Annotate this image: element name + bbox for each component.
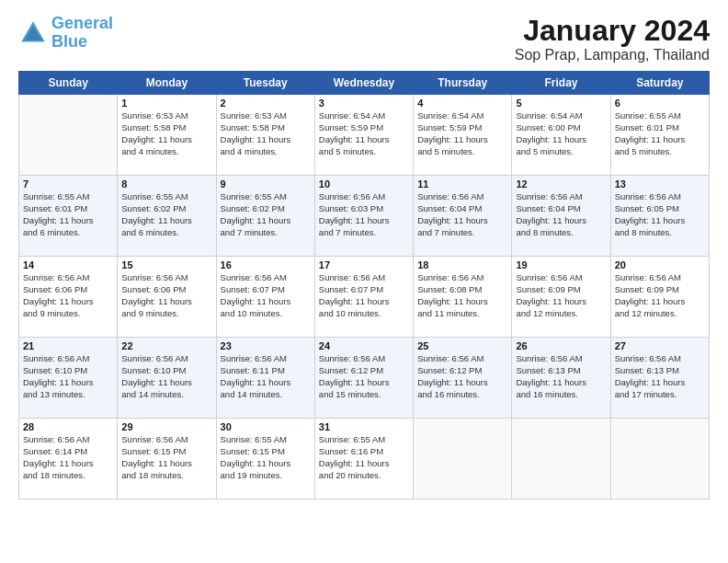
calendar-header-row: Sunday Monday Tuesday Wednesday Thursday…	[19, 72, 710, 95]
day-info: Sunrise: 6:56 AM Sunset: 6:09 PM Dayligh…	[516, 272, 606, 319]
day-info: Sunrise: 6:56 AM Sunset: 6:09 PM Dayligh…	[615, 272, 705, 319]
day-info: Sunrise: 6:55 AM Sunset: 6:15 PM Dayligh…	[221, 434, 311, 481]
day-number: 2	[221, 98, 311, 109]
day-number: 24	[319, 340, 409, 351]
day-info: Sunrise: 6:55 AM Sunset: 6:01 PM Dayligh…	[615, 110, 705, 157]
day-number: 14	[23, 259, 113, 270]
day-info: Sunrise: 6:56 AM Sunset: 6:06 PM Dayligh…	[121, 272, 211, 319]
day-info: Sunrise: 6:56 AM Sunset: 6:07 PM Dayligh…	[221, 272, 311, 319]
table-row: 18Sunrise: 6:56 AM Sunset: 6:08 PM Dayli…	[414, 257, 512, 338]
day-info: Sunrise: 6:54 AM Sunset: 5:59 PM Dayligh…	[417, 110, 507, 157]
day-number: 12	[516, 178, 606, 190]
day-number: 26	[516, 340, 606, 351]
table-row: 23Sunrise: 6:56 AM Sunset: 6:11 PM Dayli…	[216, 338, 314, 419]
day-number: 7	[23, 178, 113, 190]
calendar-row-1: 1Sunrise: 6:53 AM Sunset: 5:58 PM Daylig…	[19, 95, 710, 176]
table-row: 2Sunrise: 6:53 AM Sunset: 5:58 PM Daylig…	[216, 95, 314, 176]
table-row: 3Sunrise: 6:54 AM Sunset: 5:59 PM Daylig…	[314, 95, 413, 176]
day-number: 3	[319, 98, 409, 109]
day-info: Sunrise: 6:56 AM Sunset: 6:10 PM Dayligh…	[23, 353, 113, 400]
page: General Blue January 2024 Sop Prap, Lamp…	[0, 0, 728, 563]
header: General Blue January 2024 Sop Prap, Lamp…	[18, 15, 710, 63]
day-number: 31	[319, 421, 409, 432]
table-row: 20Sunrise: 6:56 AM Sunset: 6:09 PM Dayli…	[610, 257, 709, 338]
day-number: 13	[615, 178, 705, 190]
table-row: 5Sunrise: 6:54 AM Sunset: 6:00 PM Daylig…	[512, 95, 610, 176]
logo-text: General Blue	[51, 15, 113, 52]
day-number: 22	[121, 340, 211, 351]
day-number: 9	[221, 178, 311, 190]
table-row: 12Sunrise: 6:56 AM Sunset: 6:04 PM Dayli…	[512, 176, 610, 257]
table-row: 6Sunrise: 6:55 AM Sunset: 6:01 PM Daylig…	[610, 95, 709, 176]
day-info: Sunrise: 6:53 AM Sunset: 5:58 PM Dayligh…	[221, 110, 311, 157]
calendar-row-3: 14Sunrise: 6:56 AM Sunset: 6:06 PM Dayli…	[19, 257, 710, 338]
day-info: Sunrise: 6:56 AM Sunset: 6:03 PM Dayligh…	[319, 191, 409, 238]
table-row: 17Sunrise: 6:56 AM Sunset: 6:07 PM Dayli…	[314, 257, 413, 338]
col-friday: Friday	[512, 72, 610, 95]
day-number: 19	[516, 259, 606, 270]
table-row: 13Sunrise: 6:56 AM Sunset: 6:05 PM Dayli…	[610, 176, 709, 257]
col-wednesday: Wednesday	[314, 72, 413, 95]
day-info: Sunrise: 6:56 AM Sunset: 6:12 PM Dayligh…	[319, 353, 409, 400]
table-row: 24Sunrise: 6:56 AM Sunset: 6:12 PM Dayli…	[314, 338, 413, 419]
day-info: Sunrise: 6:56 AM Sunset: 6:13 PM Dayligh…	[615, 353, 705, 400]
day-info: Sunrise: 6:56 AM Sunset: 6:15 PM Dayligh…	[121, 434, 211, 481]
day-info: Sunrise: 6:56 AM Sunset: 6:07 PM Dayligh…	[319, 272, 409, 319]
table-row: 1Sunrise: 6:53 AM Sunset: 5:58 PM Daylig…	[118, 95, 216, 176]
day-number: 15	[121, 259, 211, 270]
table-row: 27Sunrise: 6:56 AM Sunset: 6:13 PM Dayli…	[610, 338, 709, 419]
day-number: 29	[121, 421, 211, 432]
table-row: 21Sunrise: 6:56 AM Sunset: 6:10 PM Dayli…	[19, 338, 118, 419]
day-number: 18	[417, 259, 507, 270]
table-row: 14Sunrise: 6:56 AM Sunset: 6:06 PM Dayli…	[19, 257, 118, 338]
calendar-row-2: 7Sunrise: 6:55 AM Sunset: 6:01 PM Daylig…	[19, 176, 710, 257]
day-info: Sunrise: 6:56 AM Sunset: 6:12 PM Dayligh…	[417, 353, 507, 400]
day-info: Sunrise: 6:55 AM Sunset: 6:02 PM Dayligh…	[221, 191, 311, 238]
table-row	[414, 419, 512, 500]
title-block: January 2024 Sop Prap, Lampang, Thailand	[515, 15, 710, 63]
day-info: Sunrise: 6:54 AM Sunset: 5:59 PM Dayligh…	[319, 110, 409, 157]
day-info: Sunrise: 6:53 AM Sunset: 5:58 PM Dayligh…	[121, 110, 211, 157]
day-info: Sunrise: 6:55 AM Sunset: 6:16 PM Dayligh…	[319, 434, 409, 481]
day-info: Sunrise: 6:56 AM Sunset: 6:04 PM Dayligh…	[516, 191, 606, 238]
table-row: 19Sunrise: 6:56 AM Sunset: 6:09 PM Dayli…	[512, 257, 610, 338]
day-number: 27	[615, 340, 705, 351]
day-info: Sunrise: 6:55 AM Sunset: 6:01 PM Dayligh…	[23, 191, 113, 238]
day-number: 25	[417, 340, 507, 351]
day-number: 10	[319, 178, 409, 190]
col-sunday: Sunday	[19, 72, 118, 95]
day-number: 1	[121, 98, 211, 109]
day-number: 21	[23, 340, 113, 351]
table-row: 4Sunrise: 6:54 AM Sunset: 5:59 PM Daylig…	[414, 95, 512, 176]
logo-icon	[18, 18, 48, 48]
col-saturday: Saturday	[610, 72, 709, 95]
logo-line1: General	[51, 14, 113, 32]
col-tuesday: Tuesday	[216, 72, 314, 95]
table-row	[19, 95, 118, 176]
table-row: 31Sunrise: 6:55 AM Sunset: 6:16 PM Dayli…	[314, 419, 413, 500]
table-row: 15Sunrise: 6:56 AM Sunset: 6:06 PM Dayli…	[118, 257, 216, 338]
day-info: Sunrise: 6:56 AM Sunset: 6:08 PM Dayligh…	[417, 272, 507, 319]
day-info: Sunrise: 6:56 AM Sunset: 6:11 PM Dayligh…	[221, 353, 311, 400]
calendar-row-5: 28Sunrise: 6:56 AM Sunset: 6:14 PM Dayli…	[19, 419, 710, 500]
day-info: Sunrise: 6:56 AM Sunset: 6:13 PM Dayligh…	[516, 353, 606, 400]
day-number: 28	[23, 421, 113, 432]
day-number: 23	[221, 340, 311, 351]
day-number: 4	[417, 98, 507, 109]
table-row: 10Sunrise: 6:56 AM Sunset: 6:03 PM Dayli…	[314, 176, 413, 257]
table-row: 29Sunrise: 6:56 AM Sunset: 6:15 PM Dayli…	[118, 419, 216, 500]
day-number: 16	[221, 259, 311, 270]
day-info: Sunrise: 6:56 AM Sunset: 6:05 PM Dayligh…	[615, 191, 705, 238]
table-row: 25Sunrise: 6:56 AM Sunset: 6:12 PM Dayli…	[414, 338, 512, 419]
table-row: 8Sunrise: 6:55 AM Sunset: 6:02 PM Daylig…	[118, 176, 216, 257]
location-title: Sop Prap, Lampang, Thailand	[515, 47, 710, 63]
day-number: 6	[615, 98, 705, 109]
calendar-row-4: 21Sunrise: 6:56 AM Sunset: 6:10 PM Dayli…	[19, 338, 710, 419]
day-number: 20	[615, 259, 705, 270]
day-number: 11	[417, 178, 507, 190]
table-row: 9Sunrise: 6:55 AM Sunset: 6:02 PM Daylig…	[216, 176, 314, 257]
day-info: Sunrise: 6:55 AM Sunset: 6:02 PM Dayligh…	[121, 191, 211, 238]
table-row: 28Sunrise: 6:56 AM Sunset: 6:14 PM Dayli…	[19, 419, 118, 500]
month-title: January 2024	[515, 15, 710, 47]
logo-line2: Blue	[51, 32, 87, 51]
